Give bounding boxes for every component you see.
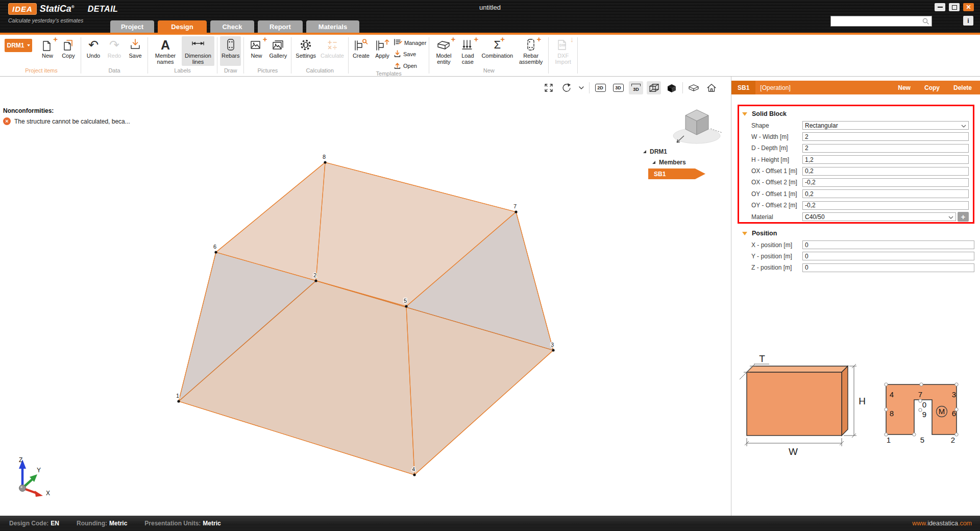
redo-button[interactable]: ↷ Redo — [105, 36, 124, 66]
ox-offset2-input[interactable]: -0,2 — [802, 178, 969, 187]
rebar-assembly-button[interactable]: + Rebar assembly — [516, 36, 546, 66]
shape-select[interactable]: Rectangular — [802, 121, 969, 130]
width-input[interactable]: 2 — [802, 132, 969, 141]
expand-icon[interactable] — [652, 161, 655, 164]
operation-delete-button[interactable]: Delete — [953, 84, 972, 91]
y-position-input[interactable]: 0 — [802, 252, 974, 260]
design-code-value[interactable]: EN — [51, 520, 59, 527]
save-button[interactable]: Save — [126, 36, 145, 66]
new-project-item-button[interactable]: + New — [38, 36, 57, 66]
tree-item-members[interactable]: Members — [633, 157, 717, 167]
template-create-button[interactable]: Create — [351, 36, 371, 66]
solid-view-button[interactable] — [665, 81, 679, 94]
ribbon-group-new: + Model entity + Load case Σ+ Combinatio… — [429, 35, 548, 76]
property-row: OX - Offset 2 [m] -0,2 — [742, 178, 969, 187]
undo-button[interactable]: ↶ Undo — [84, 36, 103, 66]
load-case-button[interactable]: + Load case — [457, 36, 478, 66]
template-open-button[interactable]: Open — [394, 61, 426, 70]
field-label: Z - position [m] — [751, 264, 802, 271]
tree-item-sb1-selected[interactable]: SB1 — [648, 168, 705, 179]
field-label: Shape — [751, 122, 802, 129]
ox-offset1-input[interactable]: 0,2 — [802, 167, 969, 176]
undo-icon: ↶ — [88, 37, 99, 53]
property-row: D - Depth [m] 2 — [742, 144, 969, 153]
project-item-selector[interactable]: DRM1 — [5, 39, 32, 52]
group-label: Data — [84, 67, 145, 76]
tab-materials[interactable]: Materials — [306, 20, 359, 33]
member-names-button[interactable]: A Member names — [151, 36, 180, 66]
svg-text:5: 5 — [920, 436, 924, 444]
solid-block-section-header[interactable]: Solid Block — [742, 109, 969, 119]
material-select[interactable]: C40/50 — [802, 212, 956, 221]
field-label: H - Height [m] — [751, 156, 802, 163]
load-arrows-icon: + — [461, 37, 474, 53]
settings-button[interactable]: Settings — [294, 36, 317, 66]
tab-design[interactable]: Design — [158, 20, 207, 33]
presentation-units-value[interactable]: Metric — [203, 520, 220, 527]
rotate-view-button[interactable] — [559, 81, 574, 94]
view-3d-button[interactable]: 3D — [611, 81, 625, 94]
calculate-button[interactable]: Calculate — [319, 36, 346, 66]
template-apply-button[interactable]: Apply — [373, 36, 392, 66]
search-input[interactable] — [831, 17, 922, 25]
tab-project[interactable]: Project — [110, 20, 154, 33]
gallery-button[interactable]: Gallery — [267, 36, 288, 66]
operation-type: [Operation] — [760, 84, 790, 91]
minimize-button[interactable] — [935, 3, 945, 11]
svg-text:8: 8 — [323, 154, 326, 160]
view-2d-button[interactable]: 2D — [593, 81, 607, 94]
dimension-lines-button[interactable]: Dimension lines — [182, 36, 214, 66]
rounding-value[interactable]: Metric — [109, 520, 127, 527]
field-label: Material — [751, 213, 802, 221]
tree-item-drm1[interactable]: DRM1 — [633, 146, 717, 157]
close-button[interactable]: ✕ — [963, 3, 974, 11]
tab-check[interactable]: Check — [210, 20, 254, 33]
expand-icon[interactable] — [643, 150, 646, 153]
position-section-header[interactable]: Position — [742, 228, 974, 238]
dimensions-3d-button[interactable]: 3D — [629, 81, 643, 94]
field-label: D - Depth [m] — [751, 144, 802, 152]
z-position-input[interactable]: 0 — [802, 263, 974, 272]
navigation-cube[interactable] — [670, 103, 725, 150]
oy-offset1-input[interactable]: 0,2 — [802, 189, 969, 198]
property-row: Shape Rectangular — [742, 121, 969, 130]
search-icon[interactable] — [922, 17, 930, 26]
depth-input[interactable]: 2 — [802, 144, 969, 153]
new-picture-button[interactable]: + New — [247, 36, 266, 66]
wireframe-view-button[interactable] — [647, 81, 661, 94]
template-manager-button[interactable]: Manager — [394, 38, 426, 47]
toolbar-divider — [589, 82, 590, 93]
product-name: DETAIL — [88, 5, 118, 14]
maximize-button[interactable] — [949, 3, 960, 11]
rotate-options-button[interactable] — [577, 81, 585, 94]
ribbon-group-labels: A Member names Dimension lines Labels — [148, 35, 217, 76]
property-row: W - Width [m] 2 — [742, 132, 969, 141]
position-diagram-svg: 4738096152M — [878, 377, 965, 448]
ribbon-group-data: ↶ Undo ↷ Redo Save Data — [81, 35, 148, 76]
template-save-button[interactable]: Save — [394, 50, 426, 59]
rebars-button[interactable]: Rebars — [220, 36, 241, 66]
copy-project-item-button[interactable]: Copy — [59, 36, 78, 66]
section-box-icon — [688, 83, 699, 93]
operation-copy-button[interactable]: Copy — [924, 84, 940, 91]
rebar-stirrup-icon — [225, 37, 237, 53]
oy-offset2-input[interactable]: -0,2 — [802, 201, 969, 210]
height-input[interactable]: 1,2 — [802, 155, 969, 164]
info-button[interactable]: i — [963, 16, 973, 26]
zoom-fit-button[interactable] — [542, 81, 556, 94]
tab-report[interactable]: Report — [258, 20, 303, 33]
dxf-import-button[interactable]: DXF ↓ DXF Import — [551, 36, 575, 66]
website-link[interactable]: www.ideastatica.com — [912, 520, 972, 527]
chevron-down-icon — [948, 213, 953, 221]
combination-button[interactable]: Σ+ Combination — [480, 36, 514, 66]
home-view-button[interactable] — [704, 81, 719, 94]
section-view-button[interactable] — [687, 81, 701, 94]
operation-new-button[interactable]: New — [898, 84, 911, 91]
idea-statica-detail-window: untitled IDEA StatiCa® DETAIL Calculate … — [0, 0, 980, 531]
model-viewport[interactable]: 12345678 Nonconformities: × The structur… — [0, 77, 731, 516]
add-material-button[interactable]: + — [958, 212, 969, 222]
model-entity-button[interactable]: + Model entity — [432, 36, 455, 66]
nonconformity-message[interactable]: The structure cannot be calculated, beca… — [14, 118, 130, 125]
x-position-input[interactable]: 0 — [802, 240, 974, 249]
solid-block-svg[interactable]: 12345678 — [0, 77, 731, 516]
